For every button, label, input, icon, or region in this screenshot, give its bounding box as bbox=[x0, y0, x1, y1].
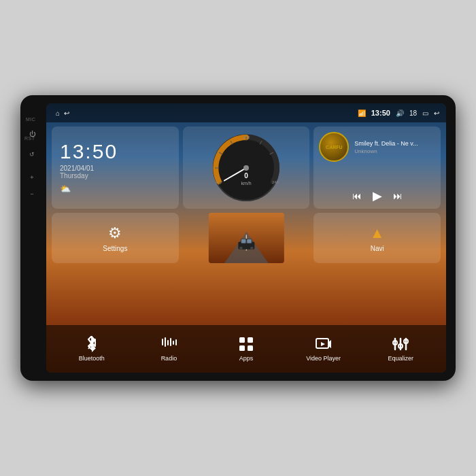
car-head-unit: MIC RST ⏻ ↺ + − ⌂ ↩ 📶 13:50 🔊 18 ▭ ↩ 13:… bbox=[20, 95, 456, 381]
svg-rect-28 bbox=[165, 337, 166, 347]
svg-text:km/h: km/h bbox=[241, 181, 251, 186]
svg-rect-35 bbox=[239, 345, 245, 351]
svg-rect-34 bbox=[248, 337, 253, 343]
svg-rect-24 bbox=[247, 239, 251, 243]
video-label: Video Player bbox=[306, 355, 341, 362]
road-svg bbox=[183, 213, 310, 263]
equalizer-icon bbox=[392, 336, 409, 352]
bluetooth-icon bbox=[84, 336, 100, 352]
reset-button[interactable]: ↺ bbox=[27, 150, 37, 159]
apps-label: Apps bbox=[239, 355, 254, 362]
clock-widget: 13:50 2021/04/01 Thursday ⛅ bbox=[52, 126, 179, 209]
svg-rect-33 bbox=[239, 337, 245, 343]
svg-rect-31 bbox=[173, 341, 174, 345]
apps-button[interactable]: Apps bbox=[207, 336, 285, 362]
svg-rect-22 bbox=[250, 247, 254, 250]
equalizer-label: Equalizer bbox=[388, 355, 413, 362]
svg-rect-21 bbox=[239, 247, 243, 250]
radio-label: Radio bbox=[161, 355, 177, 362]
svg-rect-27 bbox=[162, 339, 163, 345]
svg-rect-36 bbox=[248, 345, 253, 351]
svg-marker-39 bbox=[321, 342, 325, 346]
bottom-bar: Bluetooth Radio bbox=[46, 325, 446, 373]
speedometer-svg: 0 120 240 km/h 0 bbox=[209, 131, 284, 205]
navi-icon: ▲ bbox=[370, 224, 385, 242]
power-button[interactable]: ⏻ bbox=[27, 129, 37, 139]
wifi-icon: 📶 bbox=[358, 109, 366, 117]
settings-widget[interactable]: ⚙ Settings bbox=[52, 213, 179, 263]
video-button[interactable]: Video Player bbox=[285, 336, 362, 362]
apps-icon bbox=[238, 336, 254, 352]
album-text: CARFU bbox=[326, 145, 343, 150]
status-time: 13:50 bbox=[371, 109, 390, 117]
music-widget: CARFU Smiley ft. Delia - Ne v... Unknown… bbox=[313, 126, 441, 209]
clock-display: 13:50 bbox=[60, 141, 171, 162]
vol-up-button[interactable]: + bbox=[27, 173, 37, 182]
bluetooth-button[interactable]: Bluetooth bbox=[53, 336, 131, 362]
svg-rect-32 bbox=[175, 339, 177, 345]
svg-rect-23 bbox=[241, 239, 245, 243]
screen: ⌂ ↩ 📶 13:50 🔊 18 ▭ ↩ 13:50 2021/04/01 Th… bbox=[46, 103, 446, 373]
volume-icon: 🔊 bbox=[396, 109, 404, 117]
nav-back-icon[interactable]: ↩ bbox=[434, 109, 439, 117]
svg-rect-30 bbox=[170, 338, 171, 346]
settings-label: Settings bbox=[103, 245, 127, 252]
speedometer-widget: 0 120 240 km/h 0 bbox=[183, 126, 310, 209]
navi-widget[interactable]: ▲ Navi bbox=[313, 213, 441, 263]
prev-button[interactable]: ⏮ bbox=[352, 190, 362, 201]
status-bar: ⌂ ↩ 📶 13:50 🔊 18 ▭ ↩ bbox=[46, 103, 446, 122]
radio-button[interactable]: Radio bbox=[131, 336, 208, 362]
album-art: CARFU bbox=[319, 132, 349, 162]
weather-icon: ⛅ bbox=[60, 184, 171, 194]
navi-label: Navi bbox=[371, 245, 384, 252]
home-icon[interactable]: ⌂ bbox=[56, 109, 60, 117]
equalizer-button[interactable]: Equalizer bbox=[362, 336, 439, 362]
bluetooth-label: Bluetooth bbox=[79, 355, 105, 362]
road-widget bbox=[183, 213, 310, 263]
clock-day: Thursday bbox=[60, 172, 171, 180]
music-title: Smiley ft. Delia - Ne v... bbox=[354, 140, 435, 147]
video-icon bbox=[316, 336, 332, 352]
play-button[interactable]: ▶ bbox=[373, 188, 382, 203]
clock-date: 2021/04/01 bbox=[60, 165, 171, 172]
mic-label: MIC bbox=[26, 117, 35, 122]
svg-text:240: 240 bbox=[272, 180, 279, 184]
next-button[interactable]: ⏭ bbox=[393, 190, 403, 201]
side-buttons: ⏻ ↺ + − bbox=[27, 129, 37, 199]
vol-down-button[interactable]: − bbox=[27, 189, 37, 199]
radio-icon bbox=[160, 336, 177, 352]
music-artist: Unknown bbox=[354, 148, 435, 154]
svg-rect-29 bbox=[167, 340, 169, 345]
battery-icon: ▭ bbox=[422, 109, 428, 117]
settings-icon: ⚙ bbox=[108, 224, 122, 242]
svg-text:0: 0 bbox=[244, 172, 248, 180]
svg-point-5 bbox=[243, 165, 249, 171]
volume-level: 18 bbox=[409, 109, 417, 117]
back-icon[interactable]: ↩ bbox=[64, 109, 69, 117]
